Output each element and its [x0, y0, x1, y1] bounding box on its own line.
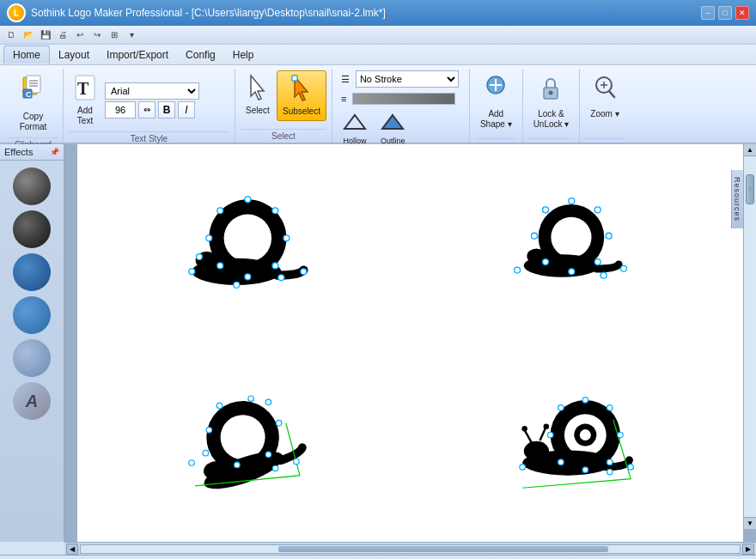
- add-shape-group-label: [475, 138, 517, 141]
- font-name-select[interactable]: Arial: [105, 82, 199, 100]
- add-text-label: AddText: [77, 106, 93, 126]
- zoom-button[interactable]: Zoom ▾: [585, 70, 624, 123]
- snail-cell-2[interactable]: [411, 153, 727, 339]
- svg-point-18: [549, 91, 553, 95]
- effect-circle-5[interactable]: [13, 339, 51, 377]
- svg-text:C: C: [26, 90, 32, 99]
- effect-circle-2[interactable]: [13, 210, 51, 248]
- ribbon-group-zoom: Zoom ▾: [580, 69, 629, 143]
- effect-circle-4[interactable]: [13, 296, 51, 334]
- add-text-button[interactable]: T AddText: [69, 70, 101, 130]
- menu-layout[interactable]: Layout: [50, 46, 98, 64]
- subselect-button[interactable]: Subselect: [277, 70, 326, 121]
- select-label: Select: [241, 129, 326, 141]
- svg-point-80: [548, 432, 554, 438]
- quick-redo-button[interactable]: ↪: [89, 27, 105, 43]
- svg-point-46: [569, 198, 575, 204]
- svg-point-32: [272, 208, 278, 214]
- white-canvas: [77, 144, 743, 542]
- svg-point-64: [265, 399, 271, 405]
- snail-svg-4: [491, 385, 645, 496]
- minimize-button[interactable]: –: [701, 6, 715, 20]
- select-content: Select Subselect: [241, 70, 326, 127]
- scroll-down-button[interactable]: ▼: [744, 517, 756, 529]
- snail-cell-1[interactable]: [86, 153, 402, 339]
- spacing-button[interactable]: ⇔: [138, 101, 155, 118]
- quick-undo-button[interactable]: ↩: [72, 27, 88, 43]
- scroll-up-button[interactable]: ▲: [744, 144, 756, 156]
- quick-dropdown-button[interactable]: ▾: [124, 27, 139, 43]
- effect-text-a[interactable]: A: [13, 382, 51, 420]
- effect-circle-3[interactable]: [13, 253, 51, 291]
- scroll-left-button[interactable]: ◀: [66, 544, 78, 555]
- stroke-line-button[interactable]: ≡: [338, 92, 350, 106]
- snail-cell-4[interactable]: [411, 348, 727, 534]
- svg-point-78: [522, 426, 528, 432]
- svg-point-89: [607, 469, 613, 475]
- title-bar: L Sothink Logo Maker Professional - [C:\…: [0, 0, 756, 26]
- resources-tab[interactable]: Resources: [731, 170, 743, 228]
- add-shape-label: AddShape ▾: [480, 109, 512, 130]
- select-icon: [247, 74, 268, 104]
- svg-point-36: [278, 275, 284, 281]
- scroll-thumb[interactable]: ⋮⋮⋮: [746, 174, 754, 204]
- quick-open-button[interactable]: 📂: [21, 27, 36, 43]
- svg-marker-12: [344, 115, 365, 129]
- quick-save-button[interactable]: 💾: [38, 27, 53, 43]
- lock-icon: [538, 74, 564, 107]
- zoom-icon: [592, 74, 618, 107]
- quick-new-button[interactable]: 🗋: [3, 27, 19, 43]
- effect-circle-1[interactable]: [13, 167, 51, 205]
- svg-point-39: [196, 254, 202, 260]
- vertical-scrollbar[interactable]: ▲ ⋮⋮⋮ ▼: [743, 144, 756, 529]
- menu-help[interactable]: Help: [224, 46, 263, 64]
- ribbon-group-add-shape: AddShape ▾: [470, 69, 523, 143]
- svg-point-88: [520, 464, 526, 470]
- svg-marker-13: [382, 115, 403, 129]
- maximize-button[interactable]: □: [718, 6, 732, 20]
- font-size-input[interactable]: [105, 101, 136, 118]
- align-button[interactable]: ☰: [338, 72, 353, 87]
- ribbon: C CopyFormat Clipboard T AddText: [0, 65, 756, 144]
- svg-marker-9: [251, 76, 264, 100]
- bold-button[interactable]: B: [158, 101, 175, 118]
- svg-point-24: [223, 215, 271, 262]
- select-button[interactable]: Select: [241, 70, 275, 119]
- lock-unlock-button[interactable]: Lock &UnLock ▾: [528, 70, 575, 133]
- subselect-icon: [291, 75, 312, 105]
- quick-print-button[interactable]: 🖨: [55, 27, 70, 43]
- svg-point-45: [606, 234, 612, 240]
- menu-home[interactable]: Home: [3, 46, 50, 64]
- svg-rect-11: [292, 76, 297, 81]
- snail-svg-1: [167, 190, 321, 301]
- svg-point-28: [284, 235, 290, 241]
- svg-point-51: [594, 259, 601, 265]
- stroke-style-select[interactable]: No Stroke: [356, 70, 459, 88]
- scroll-right-button[interactable]: ▶: [742, 544, 754, 555]
- svg-line-76: [525, 430, 532, 443]
- horizontal-scrollbar: ◀ ▶: [64, 542, 756, 555]
- menu-import-export[interactable]: Import/Export: [98, 46, 177, 64]
- quick-save2-button[interactable]: ⊞: [107, 27, 122, 43]
- italic-button[interactable]: I: [178, 101, 195, 118]
- main-layout: Effects 📌 A: [0, 144, 756, 542]
- svg-line-20: [609, 91, 614, 97]
- close-button[interactable]: ✕: [735, 6, 749, 20]
- menu-config[interactable]: Config: [177, 46, 224, 64]
- copy-format-button[interactable]: C CopyFormat: [15, 70, 52, 136]
- svg-point-31: [217, 208, 223, 214]
- ribbon-group-lock: Lock &UnLock ▾: [523, 69, 581, 143]
- add-shape-button[interactable]: AddShape ▾: [475, 70, 517, 133]
- title-controls: – □ ✕: [701, 6, 749, 20]
- svg-point-33: [217, 263, 223, 269]
- snail-cell-3[interactable]: [86, 348, 402, 534]
- scroll-track-horizontal: [80, 544, 741, 554]
- scroll-thumb-horizontal[interactable]: [278, 546, 608, 552]
- svg-point-65: [203, 450, 209, 456]
- svg-point-61: [248, 396, 254, 402]
- svg-point-59: [206, 427, 212, 433]
- ribbon-group-clipboard: C CopyFormat Clipboard: [3, 69, 64, 143]
- scroll-grip-icon: ⋮⋮⋮: [747, 185, 753, 193]
- svg-point-29: [245, 197, 251, 203]
- svg-point-90: [628, 464, 634, 470]
